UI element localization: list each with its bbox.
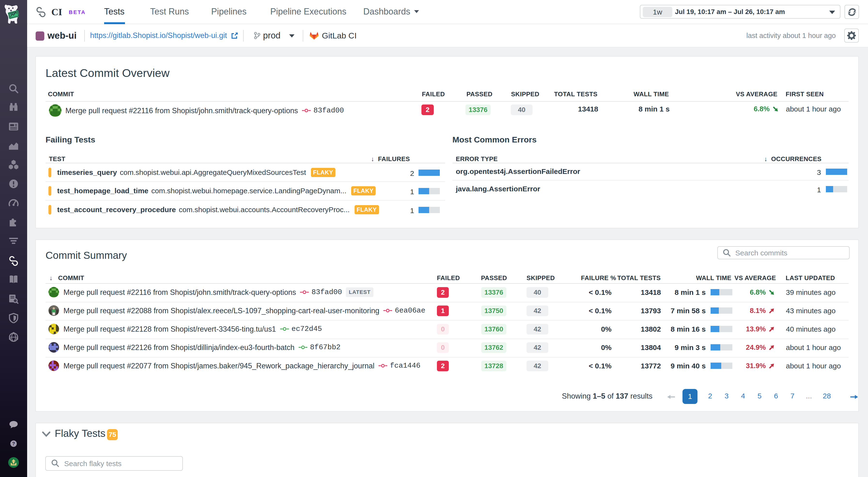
svg-text:?: ? — [12, 441, 15, 446]
